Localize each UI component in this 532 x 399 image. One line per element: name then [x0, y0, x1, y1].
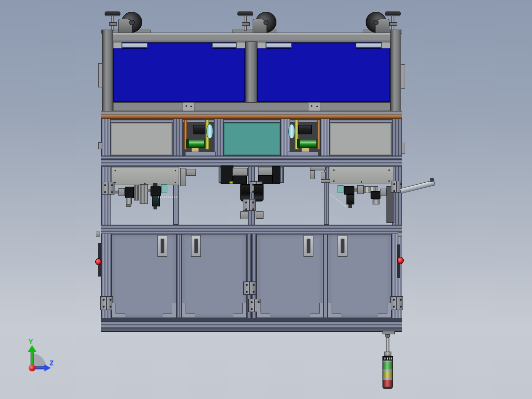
- green-roller[interactable]: [186, 139, 207, 148]
- leveling-foot[interactable]: [391, 15, 394, 31]
- junction-box[interactable]: [357, 185, 364, 194]
- panel-clip: [113, 42, 122, 48]
- side-panel-left[interactable]: [111, 122, 173, 156]
- leveling-foot[interactable]: [244, 15, 247, 31]
- tower-light-green[interactable]: [382, 362, 393, 369]
- upper-ledge: [101, 111, 402, 115]
- valve-knob[interactable]: [118, 188, 125, 196]
- mid-rail: [101, 159, 402, 167]
- caster-wheel[interactable]: [256, 12, 276, 33]
- corner-gusset: [378, 303, 391, 317]
- mid-column: [173, 119, 183, 159]
- door-top-rail: [101, 225, 402, 234]
- coupler-disc[interactable]: [288, 124, 295, 139]
- elbow-fitting[interactable]: [371, 191, 380, 199]
- bracket-orange[interactable]: [317, 120, 320, 150]
- green-roller[interactable]: [297, 139, 320, 148]
- construction-line: [158, 197, 177, 198]
- guide-rail: [134, 185, 139, 200]
- tower-light-yellow[interactable]: [382, 371, 393, 378]
- tower-light-red[interactable]: [382, 380, 393, 387]
- caster-wheel[interactable]: [121, 12, 142, 33]
- motor-unit[interactable]: [344, 186, 354, 195]
- hinge[interactable]: [102, 182, 114, 195]
- upper-right-column: [390, 30, 401, 115]
- pressure-regulator[interactable]: [151, 186, 161, 197]
- mounting-plate-left[interactable]: [111, 167, 179, 185]
- coupler-disc[interactable]: [206, 124, 213, 139]
- emergency-stop-right[interactable]: [397, 257, 404, 264]
- mid-band-top-rail: [101, 119, 402, 122]
- tabletop-edge[interactable]: [101, 115, 402, 119]
- discharge-arm[interactable]: [400, 180, 436, 194]
- tower-cap: [382, 356, 393, 360]
- beam-junction-block: [308, 102, 320, 111]
- air-cylinder[interactable]: [126, 198, 132, 204]
- hinge[interactable]: [243, 199, 256, 211]
- center-mech-plate: [258, 167, 272, 175]
- corner-gusset: [310, 303, 323, 317]
- hinge[interactable]: [100, 296, 113, 310]
- sensor-box[interactable]: [161, 184, 167, 193]
- junction-box[interactable]: [380, 189, 386, 196]
- cap-marks: [384, 358, 385, 359]
- mid-side-tab: [98, 142, 102, 149]
- beam-junction-block: [183, 102, 194, 111]
- bottom-beam: [101, 321, 402, 328]
- upper-left-column: [102, 30, 113, 115]
- sensor-dot: [229, 181, 233, 184]
- center-mech-plate: [232, 168, 248, 176]
- bottom-beam-edge: [101, 328, 402, 332]
- mid-column: [320, 119, 330, 159]
- corner-gusset: [182, 303, 195, 317]
- tower-stem: [386, 337, 389, 352]
- panel-clip: [381, 42, 390, 48]
- teal-window-panel[interactable]: [224, 122, 280, 156]
- frame-stub: [280, 167, 284, 183]
- side-knob[interactable]: [96, 232, 100, 237]
- sensor-box[interactable]: [338, 185, 343, 193]
- safety-panel-left[interactable]: [113, 42, 245, 102]
- side-panel-right[interactable]: [330, 122, 392, 156]
- center-mech-body[interactable]: [272, 166, 280, 184]
- door-divider: [323, 234, 328, 318]
- panel-clip: [257, 42, 266, 48]
- door-divider: [177, 234, 182, 318]
- door-handle-1[interactable]: [157, 235, 167, 257]
- emergency-stop-left[interactable]: [95, 258, 102, 265]
- safety-panel-right[interactable]: [257, 42, 390, 102]
- caster-wheel[interactable]: [366, 12, 386, 33]
- hinge[interactable]: [243, 281, 256, 295]
- upper-center-mullion: [245, 41, 257, 103]
- tower-mount: [382, 331, 395, 334]
- door-handle-3[interactable]: [304, 235, 313, 257]
- door-handle-2[interactable]: [191, 235, 201, 257]
- door-handle-4[interactable]: [338, 235, 347, 257]
- side-knob[interactable]: [398, 232, 402, 237]
- mounting-plate-right[interactable]: [330, 166, 393, 184]
- upper-side-tab: [98, 63, 103, 87]
- mid-column: [101, 119, 111, 159]
- axis-y-arrowhead: [28, 345, 37, 352]
- center-mech-body[interactable]: [232, 176, 247, 184]
- tower-base: [382, 387, 393, 389]
- axis-z-label: Z: [49, 359, 53, 367]
- hinge[interactable]: [390, 296, 403, 310]
- foot-block: [240, 211, 248, 219]
- leveling-foot[interactable]: [111, 15, 114, 31]
- mid-band-bottom-rail: [101, 156, 402, 159]
- corner-gusset: [163, 303, 176, 317]
- angle-bracket-wing: [321, 179, 331, 183]
- solenoid-valve[interactable]: [125, 187, 134, 198]
- panel-clip: [236, 42, 245, 48]
- guide-rail: [140, 184, 148, 204]
- gripper-unit[interactable]: [346, 195, 354, 204]
- panel-top-rail: [266, 43, 292, 49]
- panel-top-rail: [356, 43, 381, 49]
- corner-gusset: [233, 303, 246, 317]
- angle-bracket-wing: [186, 169, 196, 176]
- stepper-motor[interactable]: [298, 125, 312, 134]
- cad-viewport[interactable]: Y Z: [0, 0, 532, 399]
- upper-bottom-beam: [113, 102, 390, 111]
- air-cylinder[interactable]: [373, 199, 380, 204]
